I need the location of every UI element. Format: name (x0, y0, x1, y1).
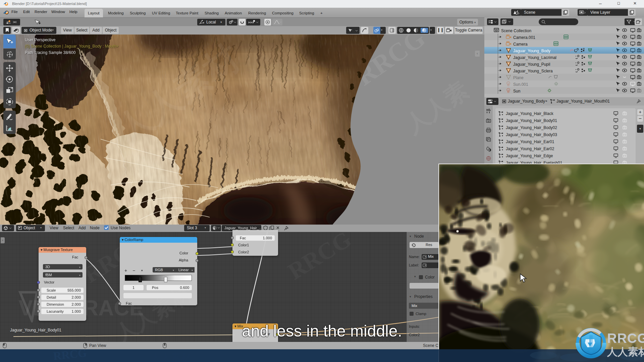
svg-text:人人素材: 人人素材 (607, 346, 644, 358)
svg-text:RRCG: RRCG (607, 331, 644, 346)
svg-text:人人素材: 人人素材 (151, 352, 191, 362)
svg-text:RRCG: RRCG (53, 350, 87, 362)
